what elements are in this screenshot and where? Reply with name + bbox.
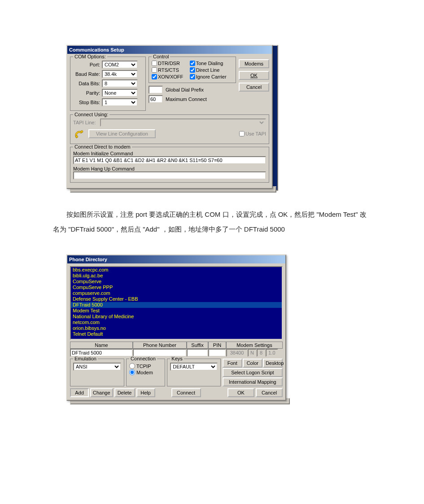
instruction-paragraph: 按如图所示设置，注意 port 要选成正确的主机 COM 口，设置完成，点 OK… — [53, 207, 371, 237]
phone-title: Phone Directory — [67, 255, 285, 263]
ok-button-phone[interactable]: OK — [227, 388, 254, 397]
change-button[interactable]: Change — [90, 388, 113, 397]
list-item[interactable]: Telnet Default — [71, 331, 282, 337]
connect-using-group: Connect Using: TAPI Line: View Line Conf… — [70, 114, 269, 144]
col-name: Name — [70, 342, 133, 349]
keys-select[interactable]: DEFAULT — [170, 363, 217, 371]
list-item[interactable]: National Library of Medicine — [71, 314, 282, 320]
hangup-input[interactable] — [73, 171, 266, 180]
help-button[interactable]: Help — [136, 388, 155, 397]
color-button[interactable]: Color — [243, 359, 262, 368]
list-item[interactable]: bibli.ulg.ac.be — [71, 273, 282, 279]
list-item[interactable]: CompuServe — [71, 279, 282, 285]
connection-group: Connection TCPIP Modem — [126, 359, 165, 386]
list-item[interactable]: Defense Supply Center - EBB — [71, 296, 282, 302]
dtr-checkbox[interactable] — [152, 61, 157, 66]
connect-button[interactable]: Connect — [171, 388, 201, 397]
com-options-group: COM Options: Port: COM2 Baud Rate: 38.4k… — [70, 57, 146, 111]
col-pin: PIN — [208, 342, 226, 349]
comm-setup-dialog: Communications Setup COM Options: Port: … — [66, 45, 273, 189]
parity-select[interactable]: None — [102, 89, 138, 97]
list-item[interactable]: orion.bibsys.no — [71, 325, 282, 331]
ro-parity: N — [248, 349, 257, 357]
tone-checkbox[interactable] — [190, 61, 195, 66]
emulation-group: Emulation ANSI — [70, 359, 124, 386]
stopbits-select[interactable]: 1 — [102, 98, 138, 106]
list-item[interactable]: bbs.execpc.com — [71, 267, 282, 273]
view-line-button: View Line Configuration — [88, 129, 156, 138]
comm-title: Communications Setup — [67, 46, 272, 54]
emulation-select[interactable]: ANSI — [73, 363, 121, 371]
port-label: Port: — [73, 62, 100, 67]
suffix-input[interactable] — [187, 349, 208, 357]
prefix-input[interactable] — [149, 86, 163, 94]
baud-label: Baud Rate: — [73, 71, 100, 77]
tcpip-radio[interactable] — [129, 363, 135, 369]
xon-checkbox[interactable] — [152, 74, 157, 79]
cancel-button-phone[interactable]: Cancel — [256, 388, 283, 397]
directory-listbox[interactable]: bbs.execpc.combibli.ulg.ac.beCompuServeC… — [70, 266, 283, 340]
use-tapi-checkbox[interactable] — [239, 131, 245, 136]
list-item[interactable]: DFTraid 5000 — [71, 302, 282, 308]
maxconn-input[interactable] — [149, 95, 163, 103]
pin-input[interactable] — [208, 349, 226, 357]
modems-button[interactable]: Modems — [239, 59, 269, 68]
baud-select[interactable]: 38.4k — [102, 70, 138, 78]
tapi-select — [100, 118, 266, 127]
init-input[interactable] — [73, 156, 266, 164]
svg-point-0 — [76, 136, 78, 138]
keys-group: Keys DEFAULT — [167, 359, 220, 386]
direct-modem-group: Connect Direct to modem Modem Initialize… — [70, 147, 269, 183]
list-item[interactable]: Modem Test — [71, 308, 282, 314]
cancel-button[interactable]: Cancel — [239, 83, 269, 92]
ignore-checkbox[interactable] — [190, 74, 195, 79]
col-phone: Phone Number — [133, 342, 187, 349]
font-button[interactable]: Font — [223, 359, 242, 368]
ro-stopbits: 1.0 — [266, 349, 278, 357]
list-item[interactable]: netcom.com — [71, 320, 282, 325]
phone-directory-dialog: Phone Directory bbs.execpc.combibli.ulg.… — [66, 254, 286, 401]
script-button[interactable]: Select Logon Script — [223, 368, 283, 377]
databits-label: Data Bits: — [73, 81, 100, 86]
svg-point-1 — [81, 131, 83, 133]
ro-databits: 8 — [257, 349, 266, 357]
col-suffix: Suffix — [187, 342, 208, 349]
stopbits-label: Stop Bits: — [73, 100, 100, 105]
direct-checkbox[interactable] — [190, 67, 195, 73]
ro-baud: 38400 — [226, 349, 248, 357]
list-item[interactable]: compuserve.com — [71, 290, 282, 296]
ok-button[interactable]: OK — [239, 71, 269, 80]
delete-button[interactable]: Delete — [114, 388, 135, 397]
phone-icon — [73, 128, 85, 140]
col-modemset: Modem Settings — [226, 342, 283, 349]
databits-select[interactable]: 8 — [102, 79, 138, 88]
parity-label: Parity: — [73, 90, 100, 96]
mapping-button[interactable]: International Mapping — [223, 377, 283, 386]
list-item[interactable]: CompuServe PPP — [71, 285, 282, 290]
port-select[interactable]: COM2 — [102, 61, 138, 69]
desktop-button[interactable]: Desktop — [263, 359, 283, 368]
rts-checkbox[interactable] — [152, 67, 157, 73]
modem-radio[interactable] — [129, 369, 135, 375]
control-group: Control DTR/DSR RTS/CTS XON/XOFF Tone Di… — [149, 57, 236, 83]
add-button[interactable]: Add — [70, 388, 89, 397]
